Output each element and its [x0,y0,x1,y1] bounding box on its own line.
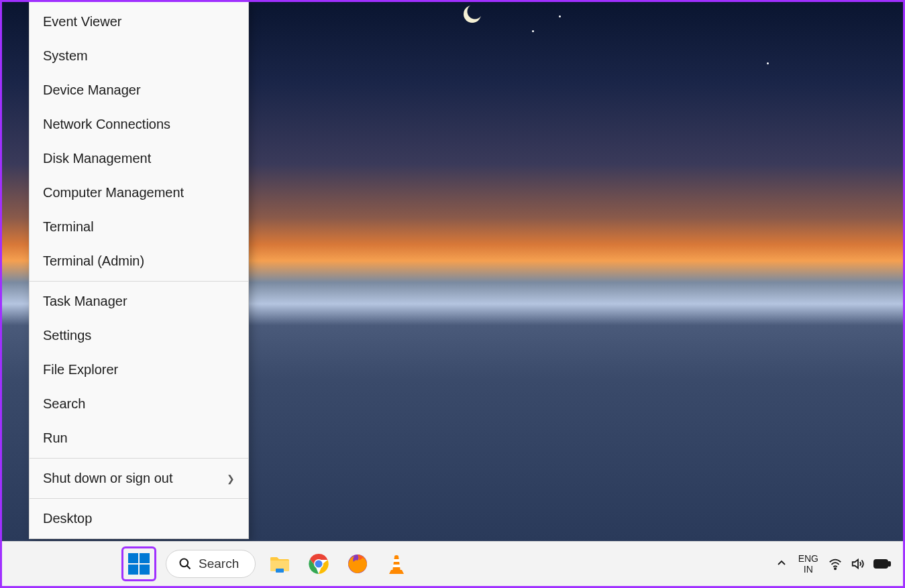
star-decoration [767,62,769,64]
svg-line-3 [187,566,191,569]
wifi-icon [828,556,843,571]
menu-separator [30,281,248,282]
firefox-icon [346,552,369,575]
menu-item-system[interactable]: System [30,39,248,73]
menu-label: System [43,48,88,64]
tray-overflow-button[interactable] [774,556,789,573]
menu-item-shutdown[interactable]: Shut down or sign out ❯ [30,461,248,495]
taskbar-app-firefox[interactable] [343,549,372,579]
menu-item-terminal[interactable]: Terminal [30,210,248,244]
battery-icon [873,558,891,570]
menu-item-task-manager[interactable]: Task Manager [30,284,248,318]
star-decoration [532,30,534,32]
svg-point-2 [180,559,189,567]
taskbar-app-file-explorer[interactable] [265,549,295,579]
speaker-icon [851,556,865,571]
system-tray: ENG IN [774,553,891,575]
menu-item-network-connections[interactable]: Network Connections [30,107,248,141]
svg-rect-15 [888,562,890,566]
menu-separator [30,458,248,459]
system-status-icons[interactable] [828,556,891,571]
menu-item-search[interactable]: Search [30,387,248,421]
menu-label: Desktop [43,511,92,526]
menu-item-disk-management[interactable]: Disk Management [30,141,248,176]
menu-label: Settings [43,328,91,343]
menu-label: Run [43,430,68,446]
moon-decoration [464,5,481,23]
menu-label: Computer Management [43,185,184,200]
menu-label: Network Connections [43,117,170,132]
start-context-menu: Event Viewer System Device Manager Netwo… [29,2,249,539]
svg-point-7 [315,561,323,568]
menu-item-device-manager[interactable]: Device Manager [30,73,248,107]
search-label: Search [199,556,239,571]
taskbar-search[interactable]: Search [166,550,256,578]
menu-label: Terminal [43,219,94,235]
taskbar-app-chrome[interactable] [304,549,333,579]
menu-item-desktop[interactable]: Desktop [30,502,248,536]
menu-label: File Explorer [43,362,118,377]
start-button[interactable] [121,546,156,581]
menu-label: Task Manager [43,294,127,309]
menu-item-event-viewer[interactable]: Event Viewer [30,5,248,39]
svg-rect-10 [393,565,401,567]
taskbar-center-group: Search [121,546,411,581]
menu-label: Terminal (Admin) [43,253,144,269]
menu-item-computer-management[interactable]: Computer Management [30,176,248,210]
language-code: ENG [798,553,818,564]
chevron-up-icon [777,558,786,568]
menu-label: Event Viewer [43,14,121,30]
svg-rect-9 [394,559,400,562]
chevron-right-icon: ❯ [227,473,235,484]
svg-marker-12 [853,560,858,569]
windows-logo-icon [128,553,150,575]
region-code: IN [804,564,813,575]
taskbar-app-vlc[interactable] [382,549,411,579]
menu-item-settings[interactable]: Settings [30,318,248,353]
menu-separator [30,498,248,499]
svg-point-11 [835,568,836,569]
vlc-icon [385,552,408,575]
menu-item-file-explorer[interactable]: File Explorer [30,353,248,387]
menu-label: Shut down or sign out [43,471,172,486]
svg-rect-14 [875,561,886,567]
menu-item-run[interactable]: Run [30,421,248,455]
menu-label: Disk Management [43,151,151,166]
taskbar: Search [2,541,903,586]
language-indicator[interactable]: ENG IN [798,553,818,575]
svg-rect-4 [276,569,284,573]
menu-label: Search [43,396,85,412]
menu-item-terminal-admin[interactable]: Terminal (Admin) [30,244,248,278]
menu-label: Device Manager [43,82,141,98]
star-decoration [559,15,561,17]
folder-icon [268,552,291,575]
search-icon [178,557,192,571]
chrome-icon [307,552,330,575]
